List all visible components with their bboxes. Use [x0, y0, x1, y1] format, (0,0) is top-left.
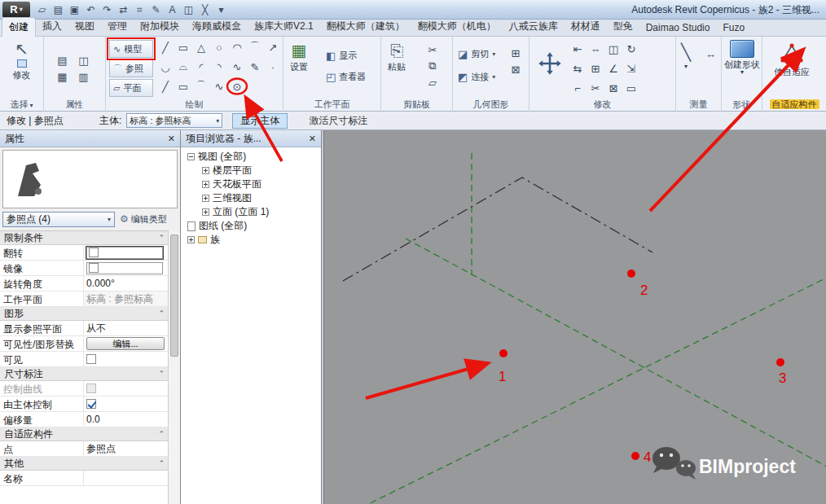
tree-item-sheets[interactable]: 图纸 (全部): [181, 219, 321, 233]
draw-tool-icon[interactable]: ◡: [156, 58, 174, 76]
draw-tool-icon[interactable]: ◝: [210, 58, 228, 76]
name-value[interactable]: [84, 471, 169, 485]
properties-tool-icon[interactable]: ▤: [54, 52, 72, 68]
modify-tool-icon[interactable]: ⊞: [587, 59, 604, 77]
expand-icon[interactable]: [187, 236, 195, 243]
ribbon-tab[interactable]: 海顾威模盒: [186, 17, 248, 36]
draw-tool-icon[interactable]: ✎: [246, 58, 264, 76]
measure-button[interactable]: ╲ ▾: [681, 43, 691, 70]
point-tool-icon[interactable]: ╱: [156, 77, 174, 95]
checkbox[interactable]: [86, 399, 96, 409]
reference-point-2[interactable]: [627, 270, 635, 278]
host-combobox[interactable]: 标高 : 参照标高 ▾: [126, 113, 222, 128]
reference-point-4[interactable]: [631, 452, 639, 460]
tree-item-3dviews[interactable]: 三维视图: [181, 191, 321, 205]
modify-tool-icon[interactable]: ∠: [604, 59, 622, 77]
app-menu-button[interactable]: R ▾: [2, 2, 30, 18]
point-tool-icon[interactable]: ⊙: [228, 77, 246, 95]
print-icon[interactable]: ▣: [67, 2, 82, 17]
undo-icon[interactable]: ↶: [83, 2, 99, 17]
reference-plane-line[interactable]: [406, 239, 826, 467]
collapse-icon[interactable]: ⌃: [158, 234, 165, 242]
reference-plane-button[interactable]: ▱ 平面: [109, 79, 153, 97]
modify-tool-icon[interactable]: ↻: [622, 40, 640, 58]
checkbox[interactable]: [89, 248, 99, 257]
paste-button[interactable]: ⎘ 粘贴: [388, 42, 406, 73]
panel-label-select[interactable]: 选择▾: [0, 99, 43, 112]
ribbon-tab[interactable]: 翻模大师（机电）: [411, 17, 503, 36]
edit-visibility-button[interactable]: 编辑...: [86, 337, 165, 350]
checkbox[interactable]: [89, 263, 99, 273]
show-workplane-button[interactable]: ◧ 显示: [326, 46, 357, 64]
group-other[interactable]: 其他⌃: [0, 457, 169, 471]
point-type-value[interactable]: 参照点: [84, 441, 169, 456]
reference-line-button[interactable]: ⌒ 参照: [109, 59, 153, 77]
customize-qat-icon[interactable]: ▾: [213, 2, 229, 17]
draw-tool-icon[interactable]: △: [192, 38, 210, 56]
ribbon-tab[interactable]: Daimao Studio: [639, 20, 717, 36]
geometry-tool-icon[interactable]: ⊞: [507, 45, 525, 61]
tree-item-ceilingplans[interactable]: 天花板平面: [181, 177, 321, 191]
ribbon-tab[interactable]: 型免: [607, 17, 639, 36]
3d-view-icon[interactable]: ◫: [181, 2, 196, 17]
create-shape-button[interactable]: 创建形状 ▾: [723, 40, 761, 76]
draw-tool-icon[interactable]: ◜: [192, 58, 210, 76]
rotation-angle-value[interactable]: 0.000°: [84, 276, 169, 291]
draw-tool-icon[interactable]: ╱: [156, 38, 174, 56]
mirror-value[interactable]: [84, 261, 169, 275]
close-icon[interactable]: ✕: [309, 134, 316, 144]
set-workplane-button[interactable]: ▦ 设置: [290, 42, 308, 73]
properties-tool-icon[interactable]: ▥: [75, 68, 93, 85]
clipboard-tool-icon[interactable]: ▱: [424, 74, 442, 90]
collapse-expander-icon[interactable]: [187, 153, 195, 160]
point-tool-icon[interactable]: ▭: [174, 77, 192, 95]
close-icon[interactable]: ✕: [168, 134, 175, 144]
point-tool-icon[interactable]: ⌒: [192, 77, 210, 95]
ribbon-tab[interactable]: Fuzo: [716, 20, 751, 36]
ribbon-tab[interactable]: 创建: [2, 17, 36, 37]
ribbon-tab[interactable]: 八戒云族库: [503, 17, 565, 36]
modify-tool-icon[interactable]: ⇆: [569, 59, 587, 77]
measure-icon[interactable]: ⌗: [132, 2, 147, 17]
draw-tool-icon[interactable]: ◠: [228, 38, 246, 56]
group-adaptive[interactable]: 自适应构件⌃: [0, 427, 169, 441]
offset-value[interactable]: 0.0: [84, 412, 169, 427]
geometry-tool-icon[interactable]: ⊠: [507, 61, 525, 77]
expand-icon[interactable]: [202, 195, 209, 202]
scrollbar-thumb[interactable]: [170, 234, 178, 357]
redo-icon[interactable]: ↷: [99, 2, 115, 17]
draw-tool-icon[interactable]: ○: [210, 38, 228, 56]
group-dimensions[interactable]: 尺寸标注⌃: [0, 367, 169, 381]
group-constraints[interactable]: 限制条件⌃: [0, 231, 169, 245]
flip-value[interactable]: [84, 245, 169, 260]
expand-icon[interactable]: [202, 208, 209, 216]
modify-tool-icon[interactable]: ⊠: [604, 79, 622, 97]
modify-tool-icon[interactable]: ⌐: [569, 79, 587, 97]
show-host-toggle[interactable]: 显示主体: [232, 113, 288, 129]
ribbon-tab[interactable]: 附加模块: [134, 17, 186, 36]
visible-value[interactable]: [84, 352, 169, 366]
text-icon[interactable]: A: [165, 2, 180, 17]
properties-tool-icon[interactable]: ◫: [75, 52, 93, 68]
draw-tool-icon[interactable]: ∿: [228, 58, 246, 76]
edit-type-button[interactable]: ⚙ 编辑类型: [120, 213, 167, 226]
modify-tool-icon[interactable]: ▭: [622, 79, 640, 97]
clipboard-tool-icon[interactable]: ✂: [424, 42, 442, 58]
hosted-value[interactable]: [84, 397, 169, 411]
model-line-button[interactable]: ∿ 模型: [109, 40, 153, 58]
ribbon-tab[interactable]: 管理: [101, 17, 134, 36]
save-icon[interactable]: ▤: [51, 2, 66, 17]
show-refplane-value[interactable]: 从不: [84, 321, 169, 335]
cut-geometry-button[interactable]: ◪ 剪切 ▾: [458, 45, 495, 63]
ribbon-tab[interactable]: 插入: [36, 17, 68, 36]
switch-windows-icon[interactable]: ⇄: [116, 2, 131, 17]
draw-tool-icon[interactable]: ·: [264, 58, 282, 76]
group-graphics[interactable]: 图形⌃: [0, 307, 169, 321]
ribbon-tab[interactable]: 族库大师V2.1: [248, 17, 320, 36]
section-icon[interactable]: ╳: [197, 2, 213, 17]
collapse-icon[interactable]: ⌃: [158, 370, 165, 378]
ribbon-tab[interactable]: 翻模大师（建筑）: [320, 17, 411, 36]
activate-dimensions-button[interactable]: 激活尺寸标注: [309, 114, 367, 128]
make-adaptive-button[interactable]: 使自适应: [774, 42, 810, 78]
properties-scrollbar[interactable]: [168, 230, 180, 504]
